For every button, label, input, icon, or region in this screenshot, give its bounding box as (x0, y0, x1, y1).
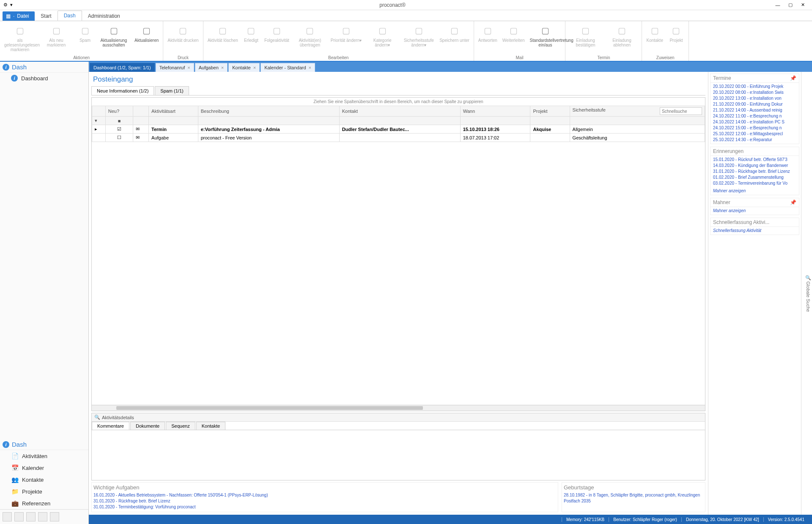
pin-icon[interactable]: 📌 (790, 199, 796, 205)
show-mahner-link[interactable]: Mahner anzeigen (713, 188, 796, 194)
doc-tab[interactable]: Kontakte× (228, 63, 260, 72)
link-item[interactable]: 14.03.2020 - Kündigung der Bandenwer (713, 163, 796, 169)
cell-neu[interactable]: ☐ (105, 134, 133, 142)
sidebar-item-projekte[interactable]: 📁Projekte (0, 486, 88, 497)
activity-details: 🔍Aktivitätsdetails KommentareDokumenteSe… (91, 413, 705, 480)
ribbon-transfer: ▢Aktivität(en) übertragen (293, 23, 327, 48)
table-row[interactable]: ☐✉Aufgabeproconact - Free Version18.07.2… (92, 134, 705, 142)
link-item[interactable]: Postfach 2035 (564, 498, 703, 504)
link-item[interactable]: 16.01.2020 - Aktuelles Betriebssystem - … (93, 492, 556, 498)
details-tab[interactable]: Kommentare (92, 422, 129, 430)
doc-tab[interactable]: Dashboard (1/2, Spam: 1/1) (90, 63, 155, 72)
status-user: Benutzer: Schläpfer Roger (roger) (609, 517, 681, 522)
doc-tab[interactable]: Kalender - Standard× (261, 63, 315, 72)
ribbon-refresh[interactable]: ▢Aktualisieren (133, 23, 160, 44)
column-header[interactable] (92, 106, 106, 117)
sidebar-item-kalender[interactable]: 📅Kalender (0, 462, 88, 474)
sb-tool-4[interactable] (38, 512, 47, 521)
mark-new-icon: ▢ (49, 24, 63, 37)
link-item[interactable]: 21.10.2022 14:00 - Aussenbad reinig (713, 107, 796, 113)
link-item[interactable]: 31.01.2020 - Rückfrage betr. Brief Lizen… (93, 498, 556, 504)
close-tab-icon[interactable]: × (309, 65, 311, 70)
tab-administration[interactable]: Administration (82, 11, 126, 21)
link-item[interactable]: 24.10.2022 11:00 - e:Besprechung n (713, 113, 796, 119)
link-item[interactable]: 25.10.2022 14:30 - e:Reparatur (713, 137, 796, 143)
qat-icon[interactable]: ▾ (10, 2, 13, 8)
close-tab-icon[interactable]: × (253, 65, 256, 70)
column-header[interactable] (133, 106, 149, 117)
quicksearch-input[interactable] (660, 107, 702, 115)
sidebar-item-kontakte[interactable]: 👥Kontakte (0, 474, 88, 486)
column-header[interactable]: Neu? (105, 106, 133, 117)
close-tab-icon[interactable]: × (187, 65, 190, 70)
link-item[interactable]: 24.10.2022 15:00 - e:Besprechung n (713, 125, 796, 131)
quick-activity-link[interactable]: Schnellerfassung Aktivität (713, 228, 796, 234)
minimize-button[interactable]: — (772, 1, 783, 9)
column-header[interactable]: Kontakt (339, 106, 460, 117)
inbox-title: Posteingang (91, 74, 705, 85)
sidebar-item-dashboard[interactable]: iDashboard (0, 73, 88, 84)
tab-dash[interactable]: Dash (58, 11, 82, 21)
refresh-icon: ▢ (140, 24, 154, 37)
column-header[interactable]: Projekt (530, 106, 570, 117)
ribbon-saveas: ▢Speichern unter (438, 23, 471, 44)
row-indicator: ▸ (92, 125, 106, 134)
ribbon-print-activity: ▢Aktivität drucken (166, 23, 200, 44)
sidebar-item-referenzen[interactable]: 💼Referenzen (0, 497, 88, 509)
sb-tool-1[interactable] (3, 512, 12, 521)
category-icon: ▢ (376, 24, 389, 37)
cell-beschreibung: proconact - Free Version (198, 134, 339, 142)
tab-start[interactable]: Start (35, 11, 57, 21)
filter-neu[interactable]: ■ (105, 117, 133, 125)
sidebar-item-aktivitäten[interactable]: 📄Aktivitäten (0, 450, 88, 462)
info-icon: i (3, 64, 9, 71)
link-item[interactable]: 20.10.2022 08:00 - e:Installation Swis (713, 90, 796, 96)
app-title: proconact® (379, 2, 406, 8)
cell-neu[interactable]: ☑ (105, 125, 133, 134)
close-button[interactable]: ✕ (798, 1, 809, 9)
status-date: Donnerstag, 20. Oktober 2022 [KW 42] (681, 517, 763, 522)
ribbon-forward: ▢Weiterleiten (501, 23, 527, 44)
sb-tool-2[interactable] (14, 512, 24, 521)
ribbon-autorefresh-off[interactable]: ▢Aktualisierung ausschalten (96, 23, 131, 48)
column-header[interactable]: Wann (460, 106, 530, 117)
link-item[interactable]: 03.02.2020 - Terminvereinbarung für Vo (713, 180, 796, 186)
inbox-subtab[interactable]: Neue Informationen (1/2) (91, 86, 154, 95)
ribbon-spam: ▢Spam (75, 23, 95, 44)
details-tab[interactable]: Sequenz (166, 422, 195, 430)
link-item[interactable]: 15.01.2020 - Rückruf betr. Offerte 587'3 (713, 157, 796, 163)
link-item[interactable]: 28.10.1982 - in 8 Tagen, Schläpfer Brigi… (564, 492, 703, 498)
link-item[interactable]: 01.02.2020 - Brief Zusammenstellung (713, 175, 796, 180)
ribbon-delete-activity: ▢Aktivität löschen (206, 23, 240, 44)
link-item[interactable]: 21.10.2022 09:00 - Einführung Dokur (713, 101, 796, 107)
close-tab-icon[interactable]: × (221, 65, 224, 70)
link-item[interactable]: 20.10.2022 00:00 - Einführung Projek (713, 84, 796, 90)
link-item[interactable]: 31.01.2020 - Terminbestätigung: Vorführu… (93, 504, 556, 510)
nav-icon: 📅 (11, 464, 19, 472)
ribbon-deputy[interactable]: ▢Standardstellvertretung ein/aus (528, 23, 562, 48)
doc-tab[interactable]: Telefonanruf× (156, 63, 194, 72)
show-mahner-link2[interactable]: Mahner anzeigen (713, 208, 796, 214)
doc-tab[interactable]: Aufgaben× (195, 63, 228, 72)
sb-tool-5[interactable] (50, 512, 59, 521)
global-search-tab[interactable]: 🔍 Globale Suche (801, 72, 812, 515)
link-item[interactable]: 25.10.2022 12:00 - e:Mittagsbesprecl (713, 131, 796, 137)
horizontal-scrollbar[interactable] (92, 405, 705, 411)
details-tab[interactable]: Kontakte (196, 422, 225, 430)
column-header[interactable]: Aktivitätsart (149, 106, 198, 117)
column-header[interactable]: Beschreibung (198, 106, 339, 117)
link-item[interactable]: 20.10.2022 13:00 - e:Installation von (713, 96, 796, 101)
maximize-button[interactable]: ▢ (785, 1, 796, 9)
table-row[interactable]: ▸☑✉Termine:Vorführung Zeiterfassung - Ad… (92, 125, 705, 134)
column-header[interactable]: Sicherheitsstufe (570, 106, 705, 117)
inbox-subtab[interactable]: Spam (1/1) (155, 86, 189, 95)
file-menu[interactable]: ▦·Datei (3, 11, 35, 21)
status-bar: Memory: 242'115KB Benutzer: Schläpfer Ro… (89, 515, 812, 524)
details-tab[interactable]: Dokumente (130, 422, 165, 430)
link-item[interactable]: 24.10.2022 14:00 - e:Installation PC S (713, 119, 796, 125)
menu-row: ▦·Datei Start Dash Administration (0, 10, 812, 21)
info-icon: i (11, 75, 18, 82)
sb-tool-3[interactable] (26, 512, 36, 521)
pin-icon[interactable]: 📌 (790, 75, 796, 81)
link-item[interactable]: 31.01.2020 - Rückfrage betr. Brief Lizen… (713, 169, 796, 175)
